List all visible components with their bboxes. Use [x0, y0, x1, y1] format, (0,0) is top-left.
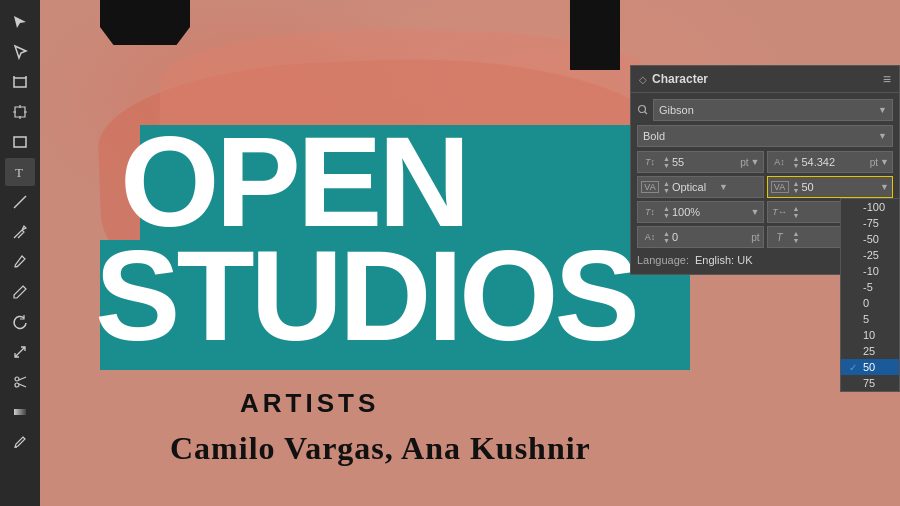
kerning-field[interactable]: VA ▲▼ ▼: [637, 176, 764, 198]
svg-rect-3: [14, 137, 26, 147]
vertical-scale-input[interactable]: [672, 206, 749, 218]
artists-subtitle[interactable]: ARTISTS: [240, 388, 379, 419]
font-style-arrow: ▼: [878, 131, 887, 141]
vertical-scale-spinner[interactable]: ▲▼: [663, 205, 670, 219]
tracking-option--25[interactable]: -25: [841, 247, 899, 263]
tracking-option-label: 25: [863, 345, 875, 357]
svg-point-6: [15, 377, 19, 381]
font-family-dropdown[interactable]: Gibson ▼: [653, 99, 893, 121]
panel-title-text: Character: [652, 72, 708, 86]
direct-select-tool[interactable]: [5, 38, 35, 66]
ink-shape-right: [570, 0, 620, 70]
svg-line-9: [19, 384, 26, 387]
horizontal-scale-spinner[interactable]: ▲▼: [793, 205, 800, 219]
scale-tool[interactable]: [5, 338, 35, 366]
font-family-value: Gibson: [659, 104, 694, 116]
vertical-scale-icon: T↕: [641, 207, 659, 217]
tracking-field[interactable]: VA ▲▼ ▼: [767, 176, 894, 198]
tracking-option-label: 50: [863, 361, 875, 373]
baseline-shift-spinner[interactable]: ▲▼: [663, 230, 670, 244]
font-size-dropdown-arrow[interactable]: ▼: [751, 157, 760, 167]
scissors-tool[interactable]: [5, 368, 35, 396]
studios-title[interactable]: STUDIOS: [95, 232, 636, 360]
rectangle-tool[interactable]: [5, 128, 35, 156]
pencil-tool[interactable]: [5, 278, 35, 306]
leading-input[interactable]: [801, 156, 867, 168]
svg-rect-10: [14, 409, 26, 415]
svg-point-7: [15, 383, 19, 387]
tracking-option-label: 5: [863, 313, 869, 325]
ink-splatter-top: [100, 0, 190, 45]
svg-text:T: T: [15, 165, 23, 180]
panel-title-area: ◇ Character: [639, 72, 708, 86]
kerning-input[interactable]: [672, 181, 717, 193]
font-size-icon: T↕: [641, 157, 659, 167]
leading-icon: A↕: [771, 157, 789, 167]
font-family-arrow: ▼: [878, 105, 887, 115]
tracking-dropdown-arrow[interactable]: ▼: [880, 182, 889, 192]
tracking-option--50[interactable]: -50: [841, 231, 899, 247]
tracking-option-label: 0: [863, 297, 869, 309]
tracking-option-label: -10: [863, 265, 879, 277]
leading-dropdown-arrow[interactable]: ▼: [880, 157, 889, 167]
tracking-option-50[interactable]: ✓ 50: [841, 359, 899, 375]
toolbar: T: [0, 0, 40, 506]
font-size-spinner[interactable]: ▲▼: [663, 155, 670, 169]
type-tool[interactable]: T: [5, 158, 35, 186]
leading-field[interactable]: A↕ ▲▼ pt ▼: [767, 151, 894, 173]
leading-spinner[interactable]: ▲▼: [793, 155, 800, 169]
tracking-option-label: -50: [863, 233, 879, 245]
tracking-option-25[interactable]: 25: [841, 343, 899, 359]
tracking-option--10[interactable]: -10: [841, 263, 899, 279]
tracking-option--100[interactable]: -100: [841, 199, 899, 215]
paintbrush-tool[interactable]: [5, 248, 35, 276]
transform-tool[interactable]: [5, 98, 35, 126]
tracking-option--75[interactable]: -75: [841, 215, 899, 231]
eyedropper-tool[interactable]: [5, 428, 35, 456]
search-icon: [637, 104, 649, 116]
tracking-option-5[interactable]: 5: [841, 311, 899, 327]
vertical-scale-arrow[interactable]: ▼: [751, 207, 760, 217]
line-tool[interactable]: [5, 188, 35, 216]
tracking-option-10[interactable]: 10: [841, 327, 899, 343]
tracking-option-label: 75: [863, 377, 875, 389]
font-size-unit: pt: [740, 157, 748, 168]
kerning-spinner[interactable]: ▲▼: [663, 180, 670, 194]
svg-line-5: [14, 196, 26, 208]
tracking-dropdown-menu: -100 -75 -50 -25 -10 -5 0 5 10 25 ✓ 50: [840, 198, 900, 392]
gradient-tool[interactable]: [5, 398, 35, 426]
baseline-shift-unit: pt: [751, 232, 759, 243]
tracking-option--5[interactable]: -5: [841, 279, 899, 295]
horizontal-scale-icon: T↔: [771, 207, 789, 217]
tracking-option-label: -100: [863, 201, 885, 213]
tracking-option-0[interactable]: 0: [841, 295, 899, 311]
tracking-option-label: -25: [863, 249, 879, 261]
panel-diamond-icon: ◇: [639, 74, 647, 85]
tracking-spinner[interactable]: ▲▼: [793, 180, 800, 194]
language-label: Language:: [637, 254, 689, 266]
vertical-scale-field[interactable]: T↕ ▲▼ ▼: [637, 201, 764, 223]
pen-tool[interactable]: [5, 218, 35, 246]
artists-names[interactable]: Camilo Vargas, Ana Kushnir: [170, 430, 591, 467]
size-leading-row: T↕ ▲▼ pt ▼ A↕ ▲▼ pt ▼: [637, 151, 893, 173]
baseline-shift-icon: A↕: [641, 232, 659, 242]
kerning-tracking-row: VA ▲▼ ▼ VA ▲▼ ▼: [637, 176, 893, 198]
language-value[interactable]: English: UK: [695, 254, 752, 266]
baseline-shift-input[interactable]: [672, 231, 749, 243]
artboard-tool[interactable]: [5, 68, 35, 96]
kerning-dropdown-arrow[interactable]: ▼: [719, 182, 728, 192]
rotate-tool[interactable]: [5, 308, 35, 336]
svg-rect-0: [14, 78, 26, 87]
tracking-input[interactable]: [801, 181, 878, 193]
arrow-tool[interactable]: [5, 8, 35, 36]
font-style-dropdown[interactable]: Bold ▼: [637, 125, 893, 147]
rotation-spinner[interactable]: ▲▼: [793, 230, 800, 244]
tracking-option-75[interactable]: 75: [841, 375, 899, 391]
font-size-input[interactable]: [672, 156, 738, 168]
baseline-shift-field[interactable]: A↕ ▲▼ pt: [637, 226, 764, 248]
font-size-field[interactable]: T↕ ▲▼ pt ▼: [637, 151, 764, 173]
svg-point-11: [15, 446, 17, 448]
leading-unit: pt: [870, 157, 878, 168]
rotation-icon: T: [771, 232, 789, 243]
panel-menu-icon[interactable]: ≡: [883, 71, 891, 87]
